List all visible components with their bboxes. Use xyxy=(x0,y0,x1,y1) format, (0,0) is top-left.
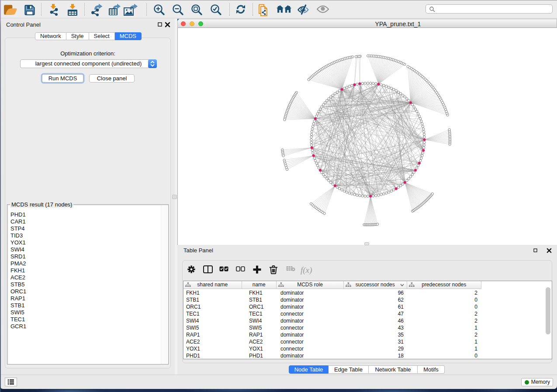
svg-text:f(x): f(x) xyxy=(301,265,312,275)
